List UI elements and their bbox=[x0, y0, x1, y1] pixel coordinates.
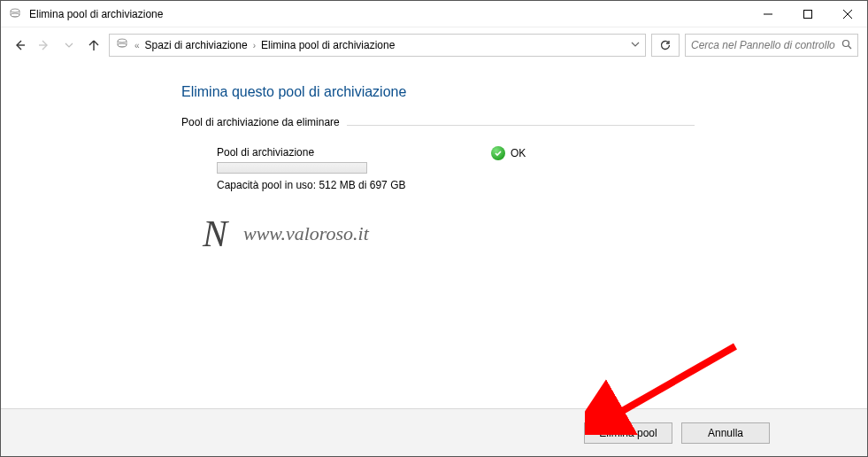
pool-name: Pool di archiviazione bbox=[217, 146, 438, 159]
minimize-button[interactable] bbox=[748, 1, 787, 27]
chevron-right-icon: › bbox=[253, 41, 256, 50]
svg-point-8 bbox=[118, 39, 127, 43]
breadcrumb-root[interactable]: Spazi di archiviazione bbox=[145, 39, 248, 51]
toolbar: « Spazi di archiviazione › Elimina pool … bbox=[1, 27, 867, 63]
close-button[interactable] bbox=[827, 1, 867, 27]
svg-point-10 bbox=[843, 40, 849, 46]
pool-usage-progress bbox=[217, 162, 367, 174]
svg-point-0 bbox=[11, 9, 19, 12]
group-label: Pool di archiviazione da eliminare bbox=[181, 116, 695, 134]
breadcrumb-current[interactable]: Elimina pool di archiviazione bbox=[261, 39, 395, 51]
app-icon bbox=[8, 7, 22, 21]
window-title: Elimina pool di archiviazione bbox=[29, 8, 748, 20]
ok-icon bbox=[491, 146, 505, 160]
svg-line-11 bbox=[849, 46, 851, 49]
refresh-button[interactable] bbox=[651, 34, 680, 57]
watermark: N www.valoroso.it bbox=[203, 213, 695, 255]
up-button[interactable] bbox=[84, 35, 104, 55]
search-box[interactable]: Cerca nel Pannello di controllo bbox=[685, 34, 858, 57]
addressbar-dropdown-icon[interactable] bbox=[631, 40, 640, 50]
watermark-logo: N bbox=[203, 213, 227, 255]
window-controls bbox=[748, 1, 867, 27]
recent-locations-button[interactable] bbox=[59, 35, 79, 55]
cancel-button[interactable]: Annulla bbox=[681, 422, 770, 444]
content-area: Elimina questo pool di archiviazione Poo… bbox=[1, 63, 867, 408]
svg-point-9 bbox=[118, 43, 127, 47]
svg-rect-3 bbox=[803, 10, 811, 18]
page-heading: Elimina questo pool di archiviazione bbox=[181, 84, 695, 100]
search-icon bbox=[841, 39, 852, 52]
delete-pool-button[interactable]: Elimina pool bbox=[584, 422, 672, 444]
svg-point-1 bbox=[11, 13, 19, 17]
footer-bar: Elimina pool Annulla bbox=[1, 408, 867, 456]
pool-row: Pool di archiviazione Capacità pool in u… bbox=[217, 146, 695, 191]
breadcrumb-prefix-icon: « bbox=[134, 41, 140, 50]
back-button[interactable] bbox=[10, 35, 29, 55]
location-icon bbox=[115, 37, 129, 54]
status-text: OK bbox=[511, 147, 526, 159]
forward-button[interactable] bbox=[35, 35, 54, 55]
pool-capacity-text: Capacità pool in uso: 512 MB di 697 GB bbox=[217, 179, 438, 191]
address-bar[interactable]: « Spazi di archiviazione › Elimina pool … bbox=[109, 34, 646, 57]
title-bar: Elimina pool di archiviazione bbox=[1, 1, 867, 27]
maximize-button[interactable] bbox=[787, 1, 827, 27]
search-placeholder: Cerca nel Pannello di controllo bbox=[691, 39, 838, 51]
pool-status: OK bbox=[491, 146, 526, 160]
watermark-text: www.valoroso.it bbox=[243, 222, 369, 245]
